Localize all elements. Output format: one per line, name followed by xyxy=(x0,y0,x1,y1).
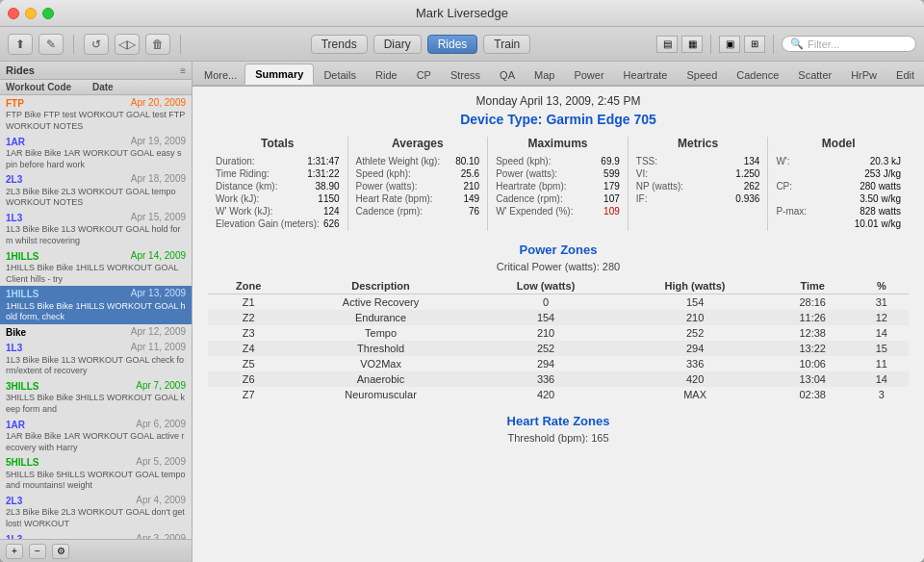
zone-high: 154 xyxy=(619,294,770,311)
stat-value: 38.90 xyxy=(316,181,340,192)
stat-value: 134 xyxy=(744,156,760,166)
stat-value: 280 watts xyxy=(860,181,901,192)
list-item[interactable]: 1HILLS Apr 13, 2009 1HILLS Bike Bike 1HI… xyxy=(0,286,192,324)
list-item[interactable]: 3HILLS Apr 7, 2009 3HILLS Bike Bike 3HIL… xyxy=(0,378,192,417)
ride-desc: 1HILLS Bike Bike 1HILLS WORKOUT GOAL Cli… xyxy=(6,263,186,285)
maximize-button[interactable] xyxy=(42,8,54,19)
nav-rides[interactable]: Rides xyxy=(427,35,478,54)
ride-code: FTP xyxy=(6,98,24,109)
stat-row: NP (watts): 262 xyxy=(636,181,760,192)
tab-heartrate[interactable]: Heartrate xyxy=(614,65,678,85)
stat-row: 3.50 w/kg xyxy=(776,193,901,204)
list-item[interactable]: FTP Apr 20, 2009 FTP Bike FTP test WORKO… xyxy=(0,95,192,134)
close-button[interactable] xyxy=(8,8,19,19)
remove-ride-button[interactable]: − xyxy=(29,544,46,559)
view-a-button[interactable]: ▣ xyxy=(719,36,740,53)
tab-summary[interactable]: Summary xyxy=(244,64,314,85)
tab-hrpw[interactable]: HrPw xyxy=(841,65,886,85)
tab-scatter[interactable]: Scatter xyxy=(788,65,841,85)
tab-stress[interactable]: Stress xyxy=(441,65,490,85)
tab-details[interactable]: Details xyxy=(314,65,366,85)
list-item[interactable]: 5HILLS Apr 5, 2009 5HILLS Bike 5HILLS WO… xyxy=(0,454,192,493)
toolbar-right: ▤ ▦ ▣ ⊞ 🔍 Filter... xyxy=(656,35,916,54)
sidebar-header: Rides ≡ xyxy=(0,62,192,80)
list-item[interactable]: Bike Apr 12, 2009 xyxy=(0,324,192,340)
zone-desc: Neuromuscular xyxy=(289,387,472,402)
col-pct: % xyxy=(855,278,909,294)
list-item[interactable]: 1HILLS Apr 14, 2009 1HILLS Bike Bike 1HI… xyxy=(0,248,192,287)
stat-value: 599 xyxy=(603,168,620,179)
zone-time: 13:22 xyxy=(771,341,855,356)
stat-label: Heart Rate (bpm): xyxy=(356,193,433,204)
zone-time: 12:38 xyxy=(771,325,855,341)
list-item[interactable]: 1L3 Apr 3, 2009 xyxy=(0,531,192,539)
tab-map[interactable]: Map xyxy=(525,65,564,85)
nav-trends[interactable]: Trends xyxy=(311,35,368,54)
zone-time: 28:16 xyxy=(771,294,855,311)
tab-speed[interactable]: Speed xyxy=(677,65,727,85)
nav-buttons: Trends Diary Rides Train xyxy=(191,35,651,54)
tab-more[interactable]: More... xyxy=(196,65,244,85)
zone-id: Z4 xyxy=(208,341,289,356)
stat-value: 1:31:47 xyxy=(307,156,339,166)
totals-section: Totals Duration: 1:31:47 Time Riding: 1:… xyxy=(208,137,348,231)
ride-date: Apr 11, 2009 xyxy=(131,341,186,353)
add-ride-button[interactable]: + xyxy=(6,544,23,559)
stat-value: 828 watts xyxy=(860,206,901,217)
tab-cadence[interactable]: Cadence xyxy=(727,65,788,85)
col-date: Date xyxy=(92,82,186,92)
stat-label: Speed (kph): xyxy=(356,168,411,179)
metrics-section: Metrics TSS: 134 VI: 1.250 NP (watts): 2… xyxy=(629,137,769,231)
stat-row: Heart Rate (bpm): 149 xyxy=(356,193,480,204)
stat-row: Power (watts): 210 xyxy=(356,181,480,192)
back-forward-button[interactable]: ◁▷ xyxy=(115,34,140,55)
tab-ride[interactable]: Ride xyxy=(366,65,407,85)
action-button[interactable]: ⚙ xyxy=(52,544,69,559)
table-row: Z2 Endurance 154 210 11:26 12 xyxy=(208,310,909,325)
averages-section: Averages Athlete Weight (kg): 80.10 Spee… xyxy=(348,137,489,231)
list-item[interactable]: 2L3 Apr 18, 2009 2L3 Bike Bike 2L3 WORKO… xyxy=(0,171,192,210)
stat-value: 20.3 kJ xyxy=(870,156,901,166)
metrics-title: Metrics xyxy=(636,137,760,150)
stat-label: NP (watts): xyxy=(636,181,683,192)
view-b-button[interactable]: ⊞ xyxy=(744,36,765,53)
stat-value: 107 xyxy=(603,193,620,204)
list-item[interactable]: 1L3 Apr 15, 2009 1L3 Bike Bike 1L3 WORKO… xyxy=(0,210,192,248)
view-list-button[interactable]: ▤ xyxy=(656,36,678,53)
delete-button[interactable]: 🗑 xyxy=(145,34,170,55)
sidebar-menu-icon[interactable]: ≡ xyxy=(180,65,186,76)
tab-edit[interactable]: Edit xyxy=(886,65,924,85)
zone-id: Z3 xyxy=(208,325,289,341)
nav-train[interactable]: Train xyxy=(483,35,530,54)
totals-title: Totals xyxy=(216,137,340,150)
sidebar-col-headers: Workout Code Date xyxy=(0,80,192,95)
col-zone: Zone xyxy=(208,278,289,294)
table-row: Z1 Active Recovery 0 154 28:16 31 xyxy=(208,294,909,311)
tab-qa[interactable]: QA xyxy=(490,65,525,85)
nav-diary[interactable]: Diary xyxy=(373,35,422,54)
list-item[interactable]: 1AR Apr 6, 2009 1AR Bike Bike 1AR WORKOU… xyxy=(0,417,192,455)
view-grid-button[interactable]: ▦ xyxy=(681,36,703,53)
list-item[interactable]: 1AR Apr 19, 2009 1AR Bike Bike 1AR WORKO… xyxy=(0,134,192,172)
list-item[interactable]: 2L3 Apr 4, 2009 2L3 Bike Bike 2L3 WORKOU… xyxy=(0,493,192,531)
zone-id: Z1 xyxy=(208,294,289,311)
list-item[interactable]: 1L3 Apr 11, 2009 1L3 Bike Bike 1L3 WORKO… xyxy=(0,340,192,378)
stat-value: 0.936 xyxy=(735,193,759,204)
power-zones-subtitle: Critical Power (watts): 280 xyxy=(208,261,909,272)
minimize-button[interactable] xyxy=(25,8,37,19)
tab-power[interactable]: Power xyxy=(564,65,613,85)
titlebar: Mark Liversedge xyxy=(0,0,924,27)
edit-button[interactable]: ✎ xyxy=(38,34,64,55)
stat-value: 3.50 w/kg xyxy=(860,193,901,204)
stat-label: Power (watts): xyxy=(356,181,418,192)
stat-row: 10.01 w/kg xyxy=(776,218,901,229)
stat-value: 626 xyxy=(323,218,340,229)
zone-high: 336 xyxy=(619,356,770,371)
zone-low: 210 xyxy=(473,325,620,341)
ride-desc: 1AR Bike Bike 1AR WORKOUT GOAL easy spin… xyxy=(6,148,186,170)
upload-button[interactable]: ⬆ xyxy=(8,34,33,55)
refresh-button[interactable]: ↺ xyxy=(84,34,109,55)
stat-row: Athlete Weight (kg): 80.10 xyxy=(356,156,480,166)
tab-cp[interactable]: CP xyxy=(407,65,441,85)
filter-box: 🔍 Filter... xyxy=(782,36,916,52)
